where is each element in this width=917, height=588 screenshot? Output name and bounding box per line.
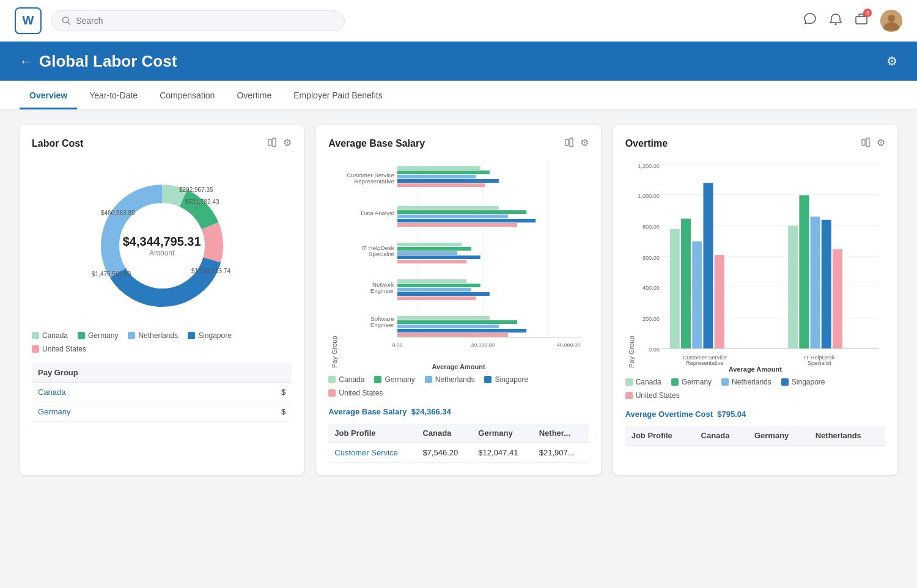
us-dot [328,389,336,397]
salary-chart-svg: Customer Service Representative Data Ana… [338,160,588,368]
salary-legend-germany: Germany [374,375,414,384]
salary-row-germany: $12,047.41 [472,443,532,463]
netherlands-label: Netherlands [138,331,178,340]
svg-text:Specialist: Specialist [808,360,831,366]
salary-stat-label: Average Base Salary [328,407,407,416]
search-bar[interactable] [51,10,345,31]
ot-us-dot [625,392,633,399]
search-input[interactable] [76,16,334,26]
tab-compensation[interactable]: Compensation [150,83,224,109]
svg-text:Specialist: Specialist [369,251,394,257]
svg-rect-35 [397,219,536,222]
ot-netherlands-dot [721,378,729,386]
avatar[interactable] [880,10,902,32]
svg-text:$1,593,513.74: $1,593,513.74 [191,268,230,274]
back-button[interactable]: ← [20,54,32,68]
ot-th-netherlands: Netherlands [809,426,885,446]
table-cell-germany[interactable]: Germany [32,402,229,422]
us-label: United States [42,345,86,353]
avg-salary-card: Average Base Salary ⚙ Pay Group [316,125,600,475]
svg-rect-18 [565,139,569,145]
svg-rect-48 [397,288,471,292]
svg-line-1 [68,22,70,24]
svg-rect-80 [703,183,713,348]
svg-rect-47 [397,284,481,287]
svg-rect-46 [397,279,466,283]
settings-icon[interactable]: ⚙ [886,54,897,68]
singapore-lbl: Singapore [495,375,528,384]
svg-text:$521,782.43: $521,782.43 [185,199,219,205]
us-lbl: United States [339,389,383,397]
avg-salary-title: Average Base Salary [328,138,425,149]
tab-overtime[interactable]: Overtime [227,83,281,109]
tab-year-to-date[interactable]: Year-to-Date [79,83,147,109]
svg-text:$292,967.35: $292,967.35 [179,186,213,193]
ot-stat-label: Average Overtime Cost [625,410,713,419]
chat-icon-btn[interactable] [803,12,817,29]
svg-text:Engineer: Engineer [370,322,394,328]
briefcase-icon-btn[interactable]: 3 [855,12,868,29]
ot-th-canada: Canada [695,426,748,446]
salary-legend: Canada Germany Netherlands Singapore Uni… [328,375,588,397]
svg-rect-26 [397,166,481,170]
overtime-stat: Average Overtime Cost $795.04 [625,410,885,419]
svg-text:200.00: 200.00 [643,317,660,323]
y-axis-label-overtime: Pay Group [625,160,635,368]
svg-text:Representative: Representative [686,360,723,366]
salary-stat-value: $24,366.34 [411,407,451,416]
filter-icon[interactable] [267,137,278,150]
svg-rect-50 [397,296,476,300]
tab-employer-paid-benefits[interactable]: Employer Paid Benefits [284,83,392,109]
svg-rect-32 [397,206,499,210]
svg-text:Customer Service: Customer Service [347,172,394,178]
tab-overview[interactable]: Overview [20,83,77,109]
svg-text:40,000.00: 40,000.00 [557,342,581,348]
svg-rect-57 [397,333,508,337]
table-cell-canada[interactable]: Canada [32,383,229,402]
svg-rect-53 [397,316,490,320]
svg-text:$1,475,567.90: $1,475,567.90 [92,271,131,277]
legend-canada: Canada [32,331,68,340]
labor-cost-table: Pay Group Canada $ Germany $ [32,363,292,422]
labor-cost-title: Labor Cost [32,138,83,149]
svg-point-2 [835,23,837,25]
salary-row-job[interactable]: Customer Service [328,443,416,463]
overtime-legend: Canada Germany Netherlands Singapore Uni… [625,378,885,400]
filter-icon-overtime[interactable] [861,137,872,150]
logo-letter: W [23,13,34,28]
ot-canada-dot [625,378,633,386]
germany-lbl: Germany [385,375,414,384]
search-icon [62,16,71,26]
gear-icon[interactable]: ⚙ [283,137,292,150]
svg-rect-49 [397,292,490,296]
ot-us-lbl: United States [636,391,680,400]
svg-text:Representative: Representative [355,178,394,185]
ot-stat-value: $795.04 [717,410,746,419]
gear-icon-overtime[interactable]: ⚙ [877,137,885,150]
svg-text:600.00: 600.00 [643,255,660,261]
ot-singapore-dot [781,378,789,386]
salary-legend-canada: Canada [328,375,364,384]
svg-rect-28 [397,175,476,178]
salary-legend-us: United States [328,389,383,397]
gear-icon-salary[interactable]: ⚙ [580,137,589,150]
ot-germany-lbl: Germany [682,378,712,386]
svg-rect-27 [397,171,490,174]
labor-cost-legend: Canada Germany Netherlands Singapore Uni… [32,331,292,353]
filter-icon-salary[interactable] [564,137,575,150]
bell-icon-btn[interactable] [829,12,842,29]
ot-singapore-lbl: Singapore [792,378,825,386]
svg-text:Engineer: Engineer [370,288,394,294]
germany-label: Germany [88,331,118,340]
ot-germany-dot [671,378,679,386]
germany-dot [374,376,381,383]
svg-rect-33 [397,210,526,214]
notification-badge: 3 [863,9,872,17]
table-cell-canada-amount: $ [229,383,292,402]
table-row: Customer Service $7,546.20 $12,047.41 $2… [328,443,588,463]
svg-rect-54 [397,320,517,324]
svg-rect-61 [862,139,865,145]
salary-legend-singapore: Singapore [484,375,528,384]
table-row: Germany $ [32,402,292,422]
svg-text:800.00: 800.00 [643,224,660,230]
